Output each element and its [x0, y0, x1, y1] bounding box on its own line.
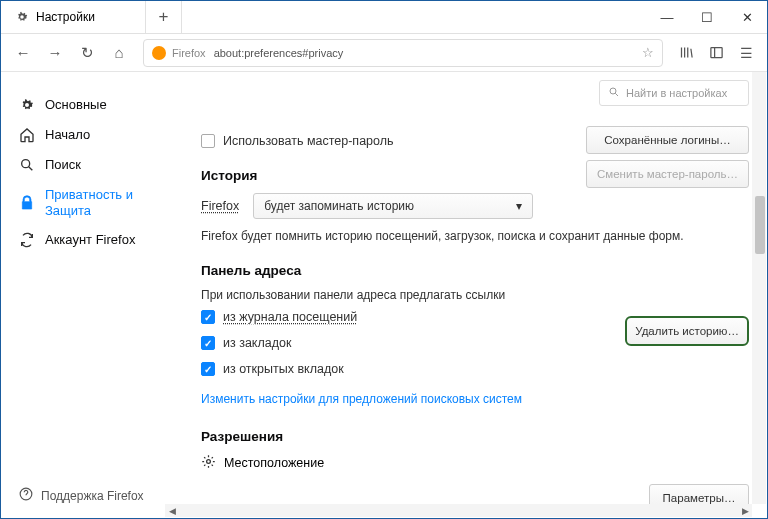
- sidebar-item-label: Поиск: [45, 157, 81, 173]
- vertical-scrollbar[interactable]: [752, 72, 766, 504]
- sidebar-item-label: Начало: [45, 127, 90, 143]
- checkbox-label: из открытых вкладок: [223, 362, 344, 376]
- delete-history-button[interactable]: Удалить историю…: [625, 316, 749, 346]
- content-pane: Найти в настройках Сохранённые логины… С…: [165, 72, 767, 518]
- scroll-right-arrow-icon[interactable]: ▶: [738, 506, 752, 516]
- close-button[interactable]: ✕: [727, 1, 767, 33]
- sidebar-item-search[interactable]: Поиск: [1, 150, 165, 180]
- window-controls: — ☐ ✕: [647, 1, 767, 33]
- new-tab-button[interactable]: +: [146, 1, 182, 33]
- sidebar-item-general[interactable]: Основные: [1, 90, 165, 120]
- reload-button[interactable]: ↻: [73, 39, 101, 67]
- settings-search-input[interactable]: Найти в настройках: [599, 80, 749, 106]
- url-bar[interactable]: Firefox about:preferences#privacy ☆: [143, 39, 663, 67]
- sidebar-item-account[interactable]: Аккаунт Firefox: [1, 225, 165, 255]
- checkbox-label: из закладок: [223, 336, 291, 350]
- addressbar-subtitle: При использовании панели адреса предлага…: [201, 288, 749, 302]
- toolbar: ← → ↻ ⌂ Firefox about:preferences#privac…: [1, 34, 767, 72]
- change-master-password-button: Сменить мастер-пароль…: [586, 160, 749, 188]
- search-placeholder: Найти в настройках: [626, 87, 727, 99]
- support-link[interactable]: Поддержка Firefox: [19, 487, 144, 504]
- addressbar-heading: Панель адреса: [201, 263, 749, 278]
- permission-location-row: Местоположение: [201, 454, 749, 472]
- home-button[interactable]: ⌂: [105, 39, 133, 67]
- home-icon: [19, 127, 35, 143]
- sidebar: Основные Начало Поиск Приватность и Защи…: [1, 72, 165, 518]
- checkbox-icon: [201, 134, 215, 148]
- support-label: Поддержка Firefox: [41, 489, 144, 503]
- vertical-scrollbar-thumb[interactable]: [755, 196, 765, 254]
- lock-icon: [19, 195, 35, 211]
- menu-button[interactable]: ☰: [733, 40, 759, 66]
- svg-point-1: [22, 160, 30, 168]
- search-icon: [19, 157, 35, 173]
- search-icon: [608, 86, 620, 100]
- search-engine-suggestions-link[interactable]: Изменить настройки для предложений поиск…: [201, 392, 522, 406]
- history-firefox-label: Firefox: [201, 199, 239, 213]
- sidebar-item-home[interactable]: Начало: [1, 120, 165, 150]
- browser-tab[interactable]: Настройки: [1, 1, 146, 33]
- checkbox-icon: [201, 362, 215, 376]
- title-bar: Настройки + — ☐ ✕: [1, 1, 767, 34]
- sidebar-item-label: Аккаунт Firefox: [45, 232, 135, 248]
- addressbar-option-opentabs[interactable]: из открытых вкладок: [201, 362, 749, 376]
- horizontal-scrollbar[interactable]: ◀ ▶: [165, 504, 752, 517]
- url-text: about:preferences#privacy: [214, 47, 642, 59]
- history-mode-select[interactable]: будет запоминать историю ▾: [253, 193, 533, 219]
- permissions-heading: Разрешения: [201, 429, 749, 444]
- sidebar-item-label: Приватность и Защита: [45, 187, 153, 218]
- gear-icon: [19, 97, 35, 113]
- checkbox-icon: [201, 310, 215, 324]
- svg-point-4: [207, 460, 211, 464]
- back-button[interactable]: ←: [9, 39, 37, 67]
- checkbox-icon: [201, 336, 215, 350]
- chevron-down-icon: ▾: [516, 199, 522, 213]
- sync-icon: [19, 232, 35, 248]
- permission-label: Местоположение: [224, 456, 324, 470]
- sidebar-item-label: Основные: [45, 97, 107, 113]
- maximize-button[interactable]: ☐: [687, 1, 727, 33]
- select-value: будет запоминать историю: [264, 199, 414, 213]
- sidebar-icon[interactable]: [703, 40, 729, 66]
- svg-rect-0: [710, 48, 721, 58]
- bookmark-star-icon[interactable]: ☆: [642, 45, 654, 60]
- gear-icon: [15, 10, 29, 24]
- saved-logins-button[interactable]: Сохранённые логины…: [586, 126, 749, 154]
- url-brand: Firefox: [172, 47, 206, 59]
- checkbox-label: Использовать мастер-пароль: [223, 134, 394, 148]
- checkbox-label: из журнала посещений: [223, 310, 357, 324]
- library-icon[interactable]: [673, 40, 699, 66]
- scroll-left-arrow-icon[interactable]: ◀: [165, 506, 179, 516]
- forward-button[interactable]: →: [41, 39, 69, 67]
- svg-point-3: [610, 88, 616, 94]
- firefox-logo-icon: [152, 46, 166, 60]
- location-icon: [201, 454, 216, 472]
- minimize-button[interactable]: —: [647, 1, 687, 33]
- sidebar-item-privacy[interactable]: Приватность и Защита: [1, 180, 165, 225]
- help-icon: [19, 487, 33, 504]
- history-description: Firefox будет помнить историю посещений,…: [201, 229, 749, 243]
- main-area: Основные Начало Поиск Приватность и Защи…: [1, 72, 767, 518]
- tab-title: Настройки: [36, 10, 95, 24]
